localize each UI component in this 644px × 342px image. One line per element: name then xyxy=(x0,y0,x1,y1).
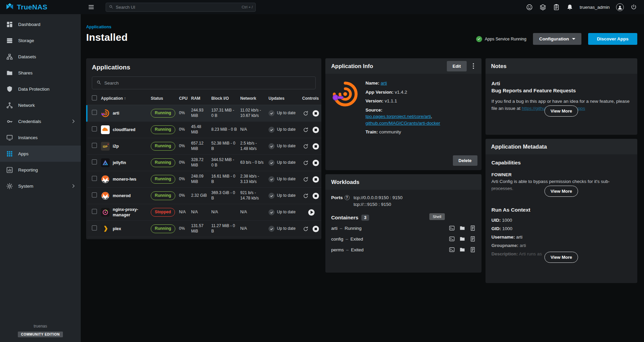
sidebar-item-datasets[interactable]: Datasets xyxy=(0,49,81,65)
logs-icon[interactable] xyxy=(470,225,476,231)
breadcrumb[interactable]: Applications xyxy=(86,25,111,29)
volumes-folder-icon[interactable] xyxy=(459,225,465,231)
discover-apps-button[interactable]: Discover Apps xyxy=(588,33,637,45)
restart-button[interactable] xyxy=(302,176,309,183)
truenas-logo-icon xyxy=(5,2,14,12)
shell-icon[interactable] xyxy=(449,247,455,253)
delete-button[interactable]: Delete xyxy=(453,155,477,166)
updates-status: Up to date xyxy=(269,226,299,232)
sidebar-item-instances[interactable]: Instances xyxy=(0,129,81,146)
app-info-field: App Version: v1.4.2 xyxy=(365,89,475,96)
app-row-arti[interactable]: arti Running 0% 244.93 MiB 137.31 MiB - … xyxy=(87,105,321,122)
sidebar-item-credentials[interactable]: Credentials xyxy=(0,113,81,129)
app-row-plex[interactable]: plex Running 0% 131.57 MiB 11.27 MiB - 0… xyxy=(87,221,321,237)
row-checkbox[interactable] xyxy=(92,126,97,131)
sidebar-item-shares[interactable]: Shares xyxy=(0,65,81,81)
volumes-folder-icon[interactable] xyxy=(459,247,465,253)
stop-button[interactable] xyxy=(313,226,319,232)
updates-status: Up to date xyxy=(269,209,299,215)
sidebar-item-network[interactable]: Network xyxy=(0,97,81,113)
row-checkbox[interactable] xyxy=(92,143,97,148)
select-all-checkbox[interactable] xyxy=(92,95,97,100)
search-icon xyxy=(109,4,113,10)
stop-button[interactable] xyxy=(313,193,319,199)
logs-icon[interactable] xyxy=(470,236,476,242)
menu-icon[interactable] xyxy=(85,1,97,13)
sidebar-item-apps[interactable]: Apps xyxy=(0,146,81,162)
instances-icon xyxy=(6,134,13,141)
column-network: Network xyxy=(239,92,267,105)
global-search[interactable]: Ctrl + / xyxy=(106,3,256,12)
jobs-layers-icon[interactable] xyxy=(539,4,546,11)
ram-value: 45.48 MiB xyxy=(190,122,210,138)
notes-view-more-button[interactable]: View More xyxy=(544,105,578,117)
app-row-monero-lws[interactable]: monero-lws Running 0% 248.09 MiB 16.61 M… xyxy=(87,171,321,188)
user-avatar-icon[interactable] xyxy=(616,3,624,11)
row-controls xyxy=(301,204,321,221)
app-row-i2p[interactable]: I2P i2p Running 0% 657.12 MiB 52.38 MiB … xyxy=(87,138,321,155)
column-application[interactable]: Application↑ xyxy=(100,92,149,105)
stop-button[interactable] xyxy=(313,160,319,166)
run-as-field: Username: arti xyxy=(492,233,631,242)
feedback-smiley-icon[interactable] xyxy=(526,4,533,11)
source-link[interactable]: tpo.pages.torproject.net/core/arti xyxy=(365,114,431,119)
stop-button[interactable] xyxy=(313,143,319,150)
restart-button[interactable] xyxy=(302,143,309,150)
edit-button[interactable]: Edit xyxy=(447,61,467,71)
network-value: 11.02 kb/s - 10.67 kb/s xyxy=(239,105,267,122)
sidebar-item-data-protection[interactable]: Data Protection xyxy=(0,81,81,97)
row-checkbox[interactable] xyxy=(92,225,97,230)
restart-button[interactable] xyxy=(302,159,309,166)
source-link[interactable]: github.com/MAGICGrants/arti-docker xyxy=(365,121,440,126)
app-row-monerod[interactable]: monerod Running 0% 2.32 GiB 369.3 GiB - … xyxy=(87,188,321,204)
restart-button[interactable] xyxy=(302,126,309,133)
apps-search[interactable] xyxy=(92,76,316,89)
stop-button[interactable] xyxy=(313,127,319,133)
kebab-menu-icon[interactable] xyxy=(469,62,477,70)
truenas-logo[interactable]: TrueNAS xyxy=(0,2,81,12)
run-as-view-more-button[interactable]: View More xyxy=(544,252,578,263)
notifications-bell-icon[interactable] xyxy=(566,4,573,11)
sidebar-item-dashboard[interactable]: Dashboard xyxy=(0,16,81,32)
capabilities-view-more-button[interactable]: View More xyxy=(544,186,578,197)
cpu-value: 0% xyxy=(178,221,190,237)
restart-button[interactable] xyxy=(302,110,309,117)
tasks-clipboard-icon[interactable] xyxy=(553,4,560,11)
sidebar-item-system[interactable]: System xyxy=(0,178,81,194)
app-row-cloudflared[interactable]: cloudflared Running 0% 45.48 MiB 8.23 Mi… xyxy=(87,122,321,138)
shell-icon[interactable] xyxy=(449,225,455,231)
help-icon[interactable]: ? xyxy=(345,195,350,200)
app-name: plex xyxy=(113,226,121,232)
row-checkbox[interactable] xyxy=(92,110,97,115)
app-icon-arti xyxy=(101,109,110,118)
app-icon-monerod xyxy=(101,191,110,200)
app-info-train: Train: community xyxy=(365,129,475,135)
restart-button[interactable] xyxy=(302,225,309,232)
sidebar-item-storage[interactable]: Storage xyxy=(0,32,81,49)
global-search-input[interactable] xyxy=(116,5,239,10)
row-checkbox[interactable] xyxy=(92,176,97,181)
run-as-field: Groupname: arti xyxy=(492,242,631,250)
logs-icon[interactable] xyxy=(470,247,476,253)
shell-icon[interactable] xyxy=(449,236,455,242)
restart-button[interactable] xyxy=(302,192,309,199)
cpu-value: 0% xyxy=(178,105,190,122)
ports-label: Ports ? xyxy=(331,195,350,200)
app-row-nginx-proxy-manager[interactable]: nginx-proxy-manager Stopped N/A N/A N/A … xyxy=(87,204,321,221)
network-icon xyxy=(6,102,13,109)
apps-search-input[interactable] xyxy=(104,81,311,86)
status-badge: Running xyxy=(151,142,175,151)
stop-button[interactable] xyxy=(313,110,319,117)
port-value: tcp://:::9150 : 9150 xyxy=(354,202,403,207)
start-button[interactable] xyxy=(308,209,315,216)
power-icon[interactable] xyxy=(630,4,637,11)
volumes-folder-icon[interactable] xyxy=(459,236,465,242)
app-row-jellyfin[interactable]: jellyfin Running 0% 328.72 MiB 344.52 Mi… xyxy=(87,155,321,171)
app-name-link[interactable]: arti xyxy=(381,81,387,86)
configuration-button[interactable]: Configuration xyxy=(533,33,581,45)
sidebar-item-reporting[interactable]: Reporting xyxy=(0,162,81,178)
row-checkbox[interactable] xyxy=(92,192,97,197)
stop-button[interactable] xyxy=(313,176,319,183)
row-checkbox[interactable] xyxy=(92,209,97,214)
row-checkbox[interactable] xyxy=(92,159,97,164)
